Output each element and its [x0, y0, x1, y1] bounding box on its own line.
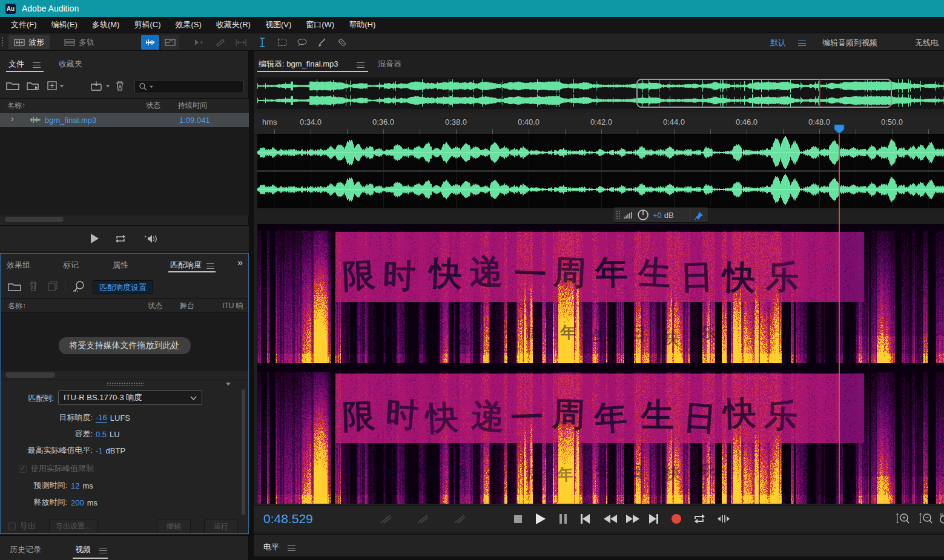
match-vscrollbar[interactable]	[242, 389, 245, 515]
menu-help[interactable]: 帮助(H)	[342, 19, 383, 30]
menu-multitrack[interactable]: 多轨(M)	[85, 19, 127, 30]
match-duplicate-icon[interactable]	[48, 281, 59, 292]
target-loudness-value[interactable]: -16	[96, 413, 107, 423]
waveform-mode-button[interactable]: 波形	[8, 35, 50, 49]
zoom-full-button[interactable]	[939, 512, 944, 525]
splitter-collapse-icon[interactable]	[226, 383, 231, 386]
move-tool-icon[interactable]	[190, 35, 208, 50]
export-settings-button[interactable]: 导出设置...	[49, 519, 97, 533]
levels-panel-menu-icon[interactable]	[288, 545, 295, 551]
tab-effects-rack[interactable]: 效果组	[7, 260, 30, 271]
skip-to-end-button[interactable]	[649, 514, 658, 524]
pin-icon[interactable]	[695, 211, 704, 220]
marquee-selection-tool-icon[interactable]	[273, 35, 291, 50]
workspace-default[interactable]: 默认	[770, 38, 786, 48]
time-selection-tool-icon[interactable]	[253, 35, 271, 50]
expand-chevron-icon[interactable]: ›	[11, 114, 14, 124]
gain-knob-icon[interactable]	[637, 209, 649, 221]
skip-to-start-button[interactable]	[581, 514, 590, 524]
scan-loudness-icon[interactable]	[72, 280, 85, 294]
spectral-view-button[interactable]	[161, 35, 179, 50]
spot-healing-brush-icon[interactable]	[333, 35, 351, 50]
tab-markers[interactable]: 标记	[63, 260, 79, 271]
tab-files[interactable]: 文件	[8, 59, 24, 70]
auto-play-speaker-icon[interactable]	[144, 234, 158, 244]
cancel-button[interactable]: 撤销	[157, 519, 191, 533]
open-file-icon[interactable]	[6, 81, 19, 91]
match-delete-icon[interactable]	[28, 281, 38, 292]
match-open-icon[interactable]	[8, 282, 21, 292]
hud-grip-icon[interactable]	[616, 210, 621, 220]
menu-view[interactable]: 视图(V)	[258, 19, 299, 30]
match-list-header[interactable]: 名称↑ 状态 舞台 ITU 响	[1, 298, 248, 313]
run-button[interactable]: 运行	[204, 519, 238, 533]
rewind-button[interactable]	[604, 515, 617, 523]
menu-effects[interactable]: 效果(S)	[168, 19, 209, 30]
tab-history[interactable]: 历史记录	[10, 544, 41, 555]
paintbrush-tool-icon[interactable]	[312, 35, 331, 50]
zoom-out-time-button[interactable]	[919, 512, 933, 525]
stop-button[interactable]	[514, 515, 522, 523]
playhead-marker-icon[interactable]	[834, 124, 845, 134]
spectrogram-display[interactable]	[257, 224, 944, 504]
menu-clip[interactable]: 剪辑(C)	[127, 19, 168, 30]
loop-playback-button[interactable]	[693, 513, 707, 524]
tolerance-value[interactable]: 0.5	[96, 430, 107, 439]
tab-editor[interactable]: 编辑器: bgm_final.mp3	[259, 59, 338, 70]
preview-play-icon[interactable]	[91, 234, 99, 243]
tab-favorites[interactable]: 收藏夹	[59, 59, 82, 70]
match-panel-menu-icon[interactable]	[206, 263, 214, 269]
files-panel-menu-icon[interactable]	[33, 62, 41, 68]
tab-levels[interactable]: 电平	[263, 542, 279, 553]
menu-edit[interactable]: 编辑(E)	[44, 19, 85, 30]
match-hscrollbar[interactable]	[5, 372, 55, 378]
match-to-select[interactable]: ITU-R BS.1770-3 响度	[58, 390, 202, 405]
files-hscrollbar[interactable]	[5, 217, 64, 222]
match-loudness-settings-button[interactable]: 匹配响度设置	[93, 280, 153, 294]
import-file-icon[interactable]	[91, 81, 110, 91]
panel-divider[interactable]	[249, 51, 254, 560]
fast-forward-button[interactable]	[626, 515, 639, 523]
playhead-line[interactable]	[839, 125, 840, 504]
preview-loop-icon[interactable]	[114, 234, 128, 244]
files-list-header[interactable]: 名称↑ 状态 持续时间	[0, 98, 249, 113]
tab-video[interactable]: 视频	[75, 544, 91, 555]
skip-selection-button[interactable]	[716, 514, 731, 524]
max-peak-value[interactable]: -1	[96, 446, 103, 455]
hud-gain-value[interactable]: +0	[653, 211, 662, 220]
workspace-radio[interactable]: 无线电	[915, 38, 939, 48]
editor-panel-menu-icon[interactable]	[357, 62, 365, 68]
file-row-selected[interactable]: › bgm_final.mp3 1:09.041	[0, 113, 249, 127]
menu-favorites[interactable]: 收藏夹(R)	[209, 19, 258, 30]
pause-button[interactable]	[559, 514, 567, 524]
lasso-selection-tool-icon[interactable]	[293, 35, 311, 50]
workspace-menu-icon[interactable]	[798, 41, 806, 46]
video-panel-menu-icon[interactable]	[99, 548, 107, 553]
new-file-icon[interactable]	[47, 81, 64, 91]
tab-match-loudness[interactable]: 匹配响度	[170, 260, 202, 271]
tab-mixer[interactable]: 混音器	[378, 59, 401, 70]
menu-file[interactable]: 文件(F)	[4, 19, 44, 30]
multitrack-mode-button[interactable]: 多轨	[59, 35, 100, 49]
menu-window[interactable]: 窗口(W)	[299, 19, 342, 30]
zoom-in-time-button[interactable]	[896, 512, 910, 525]
slip-tool-icon[interactable]	[232, 35, 250, 50]
import-folder-icon[interactable]	[27, 81, 41, 91]
waveform-display[interactable]	[257, 134, 944, 208]
release-value[interactable]: 200	[71, 498, 84, 507]
export-checkbox[interactable]	[8, 522, 16, 530]
razor-tool-icon[interactable]	[211, 35, 229, 50]
panel-overflow-chevron[interactable]: »	[237, 257, 243, 268]
lookahead-value[interactable]: 12	[71, 481, 79, 490]
play-button[interactable]	[536, 513, 546, 524]
gain-hud[interactable]: +0 dB	[613, 207, 708, 223]
delete-file-icon[interactable]	[115, 81, 125, 91]
time-display[interactable]: 0:48.529	[263, 512, 313, 526]
files-search-input[interactable]	[134, 80, 243, 93]
record-button[interactable]	[672, 514, 681, 524]
use-peak-limiting-checkbox[interactable]	[19, 465, 27, 473]
match-splitter[interactable]	[1, 380, 248, 387]
waveform-view-button[interactable]	[141, 35, 159, 50]
tab-properties[interactable]: 属性	[113, 260, 128, 271]
overview-waveform[interactable]	[257, 77, 944, 109]
